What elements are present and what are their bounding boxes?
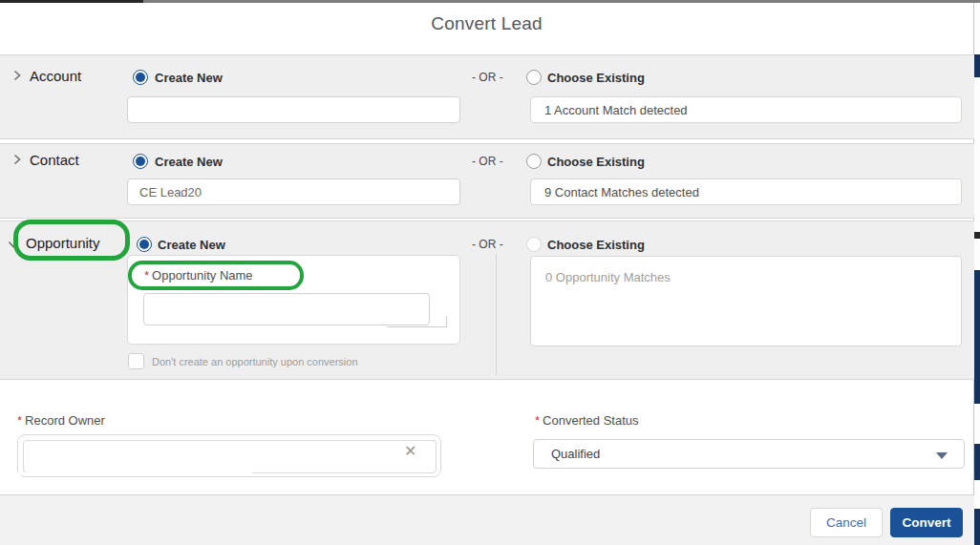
- opportunity-choose-existing-radio[interactable]: [526, 237, 542, 252]
- record-owner-input[interactable]: [23, 440, 437, 473]
- account-or-label: - OR -: [472, 71, 503, 84]
- dropdown-arrow-icon: [936, 452, 948, 459]
- column-divider: [496, 254, 497, 375]
- dont-create-opportunity-checkbox[interactable]: [128, 353, 144, 369]
- convert-button[interactable]: Convert: [890, 508, 963, 537]
- opportunity-match-panel: 0 Opportunity Matches: [530, 256, 962, 346]
- opportunity-or-label: - OR -: [472, 238, 503, 251]
- required-asterisk: *: [17, 413, 22, 428]
- account-create-new-label[interactable]: Create New: [155, 71, 223, 85]
- input-border-artifact: [6, 472, 252, 475]
- contact-match-text: 9 Contact Matches detected: [544, 185, 699, 199]
- account-match-box[interactable]: 1 Account Match detected: [530, 96, 962, 123]
- record-owner-combobox[interactable]: ✕: [17, 434, 441, 477]
- section-account: Account Create New - OR - Choose Existin…: [0, 54, 974, 139]
- modal-title: Convert Lead: [0, 13, 973, 34]
- contact-name-input[interactable]: [127, 178, 460, 205]
- chevron-down-icon[interactable]: [7, 238, 20, 251]
- converted-status-select[interactable]: Qualified: [533, 439, 965, 469]
- contact-section-label: Contact: [30, 152, 79, 168]
- section-contact: Contact Create New - OR - Choose Existin…: [0, 143, 974, 219]
- contact-create-new-label[interactable]: Create New: [155, 155, 223, 169]
- required-asterisk: *: [535, 413, 540, 428]
- background-navy-segment: [974, 54, 980, 77]
- input-border-artifact: [446, 316, 447, 327]
- contact-create-new-radio[interactable]: [133, 154, 148, 169]
- required-asterisk: *: [144, 268, 149, 283]
- contact-choose-existing-radio[interactable]: [526, 154, 542, 169]
- convert-lead-dialog: Convert Lead Account Create New - OR - C…: [0, 0, 980, 545]
- account-choose-existing-label[interactable]: Choose Existing: [547, 71, 645, 85]
- chevron-right-icon[interactable]: [11, 69, 24, 82]
- account-section-label: Account: [30, 68, 81, 84]
- modal-footer: Cancel Convert: [0, 494, 974, 545]
- clear-icon[interactable]: ✕: [404, 443, 416, 460]
- opportunity-create-new-radio[interactable]: [137, 237, 152, 252]
- opportunity-create-new-label[interactable]: Create New: [158, 238, 225, 252]
- background-page-sliver: [974, 3, 980, 545]
- modal-header: Convert Lead: [0, 3, 973, 54]
- account-create-new-radio[interactable]: [133, 70, 148, 85]
- account-name-input[interactable]: [127, 96, 460, 123]
- account-match-text: 1 Account Match detected: [544, 103, 688, 117]
- account-choose-existing-radio[interactable]: [526, 70, 542, 85]
- opportunity-match-text: 0 Opportunity Matches: [545, 270, 671, 284]
- background-navy-segment: [974, 444, 980, 480]
- converted-status-label: *Converted Status: [535, 413, 639, 428]
- contact-or-label: - OR -: [472, 155, 503, 168]
- opportunity-name-input[interactable]: [143, 293, 430, 325]
- converted-status-value: Qualified: [551, 447, 600, 461]
- record-owner-label: *Record Owner: [17, 413, 105, 428]
- opportunity-create-card: *Opportunity Name: [127, 255, 460, 345]
- opportunity-choose-existing-label[interactable]: Choose Existing: [547, 238, 645, 252]
- chevron-right-icon[interactable]: [11, 153, 24, 166]
- contact-match-box[interactable]: 9 Contact Matches detected: [530, 178, 962, 205]
- background-navy-segment: [974, 509, 980, 545]
- background-navy-segment: [974, 270, 980, 404]
- dont-create-opportunity-label[interactable]: Don't create an opportunity upon convers…: [152, 356, 358, 367]
- opportunity-section-label: Opportunity: [26, 235, 100, 251]
- contact-choose-existing-label[interactable]: Choose Existing: [547, 155, 645, 169]
- input-border-artifact: [387, 326, 446, 327]
- section-opportunity: Opportunity Create New - OR - Choose Exi…: [0, 220, 974, 380]
- opportunity-name-label: *Opportunity Name: [144, 266, 253, 283]
- cancel-button[interactable]: Cancel: [810, 508, 883, 537]
- background-dark-segment: [974, 232, 980, 239]
- convert-lead-modal: Convert Lead Account Create New - OR - C…: [0, 3, 974, 545]
